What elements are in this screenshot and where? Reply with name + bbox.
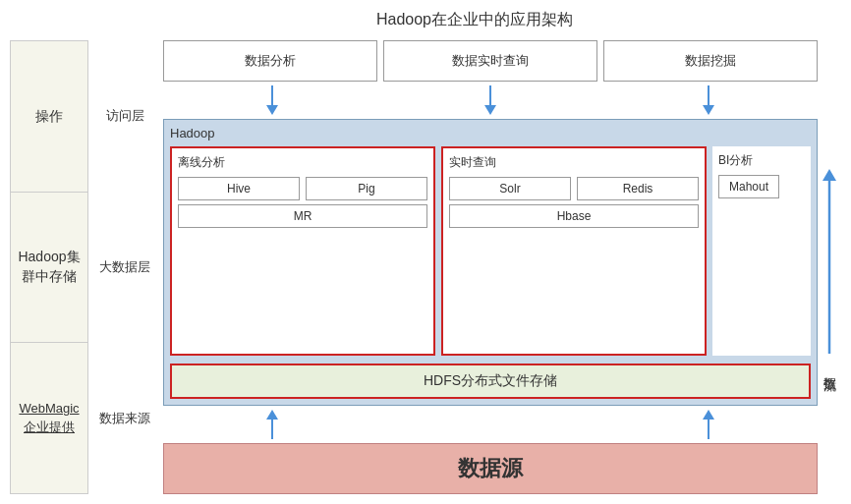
- solr-box: Solr: [449, 177, 571, 200]
- mahout-box: Mahout: [718, 175, 779, 198]
- panel-offline: 离线分析 Hive Pig MR: [170, 146, 435, 356]
- offline-items: Hive Pig: [178, 177, 427, 200]
- arrow-1: [163, 85, 381, 115]
- tier-bigdata: 大数据层: [90, 192, 159, 343]
- arrows-down-row: [163, 85, 818, 115]
- up-arrow-3: [599, 410, 818, 439]
- diagram-area: 数据分析 数据实时查询 数据挖掘: [163, 40, 818, 494]
- box-realtime-query: 数据实时查询: [383, 40, 597, 82]
- hive-box: Hive: [178, 177, 300, 200]
- label-operation: 操作: [11, 41, 87, 193]
- bi-title: BI分析: [718, 152, 805, 169]
- panel-bi: BI分析 Mahout: [712, 146, 811, 356]
- svg-marker-5: [703, 105, 714, 115]
- svg-marker-3: [484, 105, 496, 115]
- svg-marker-11: [823, 169, 836, 181]
- hdfs-bar: HDFS分布式文件存储: [170, 364, 811, 399]
- arrow-3: [599, 85, 818, 115]
- label-hadoop-storage: Hadoop集群中存储: [11, 193, 87, 344]
- arrow-2: [381, 85, 599, 115]
- offline-title: 离线分析: [178, 154, 427, 171]
- datasource-bar: 数据源: [163, 443, 818, 494]
- pig-box: Pig: [306, 177, 427, 200]
- panel-realtime: 实时查询 Solr Redis Hbase: [441, 146, 707, 356]
- access-layer: 数据分析 数据实时查询 数据挖掘: [163, 40, 818, 82]
- tier-labels: 访问层 大数据层 数据来源: [90, 40, 159, 494]
- realtime-items: Solr Redis: [449, 177, 699, 200]
- realtime-title: 实时查询: [449, 154, 699, 171]
- box-data-mining: 数据挖掘: [603, 40, 818, 82]
- up-arrow-1: [163, 410, 381, 439]
- tier-datasource: 数据来源: [90, 343, 159, 494]
- svg-marker-7: [266, 410, 278, 420]
- label-webmagic: WebMagic企业提供: [11, 343, 87, 493]
- svg-marker-9: [703, 410, 714, 420]
- box-data-analysis: 数据分析: [163, 40, 377, 82]
- tier-access: 访问层: [90, 40, 159, 192]
- hadoop-block: Hadoop 离线分析 Hive Pig MR 实时查询 Solr Red: [163, 119, 818, 406]
- left-labels: 操作 Hadoop集群中存储 WebMagic企业提供: [10, 40, 88, 494]
- arrows-up-row: [163, 410, 818, 439]
- hadoop-label: Hadoop: [170, 126, 811, 140]
- svg-marker-1: [266, 105, 278, 115]
- redis-box: Redis: [577, 177, 699, 200]
- mr-box: MR: [178, 204, 427, 228]
- hbase-box: Hbase: [449, 204, 699, 228]
- page-title: Hadoop在企业中的应用架构: [376, 10, 573, 30]
- up-arrow-2: [381, 410, 599, 439]
- right-side-arrow: 数据流: [818, 40, 841, 494]
- inner-panels: 离线分析 Hive Pig MR 实时查询 Solr Redis Hbase: [170, 146, 811, 356]
